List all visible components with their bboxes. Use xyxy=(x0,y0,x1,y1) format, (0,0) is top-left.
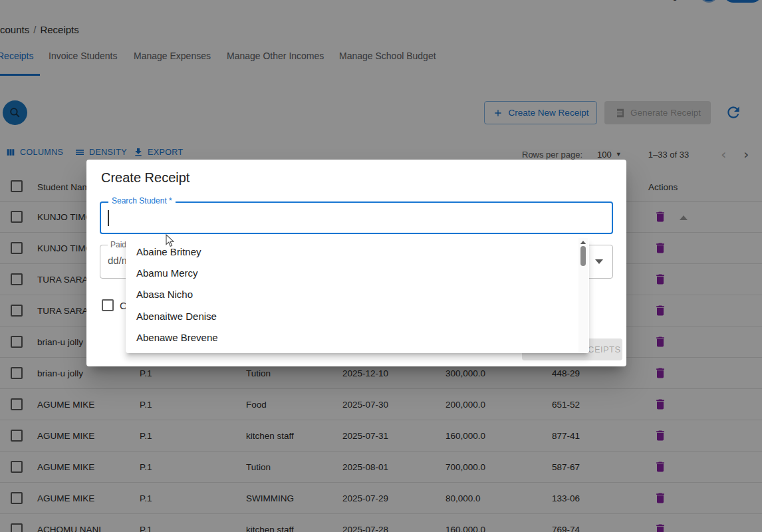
option-student[interactable]: Abenaitwe Denise xyxy=(126,305,565,327)
option-student[interactable]: Abasa Nicho xyxy=(126,283,565,305)
scroll-up-icon[interactable] xyxy=(580,241,586,244)
scrollbar-thumb[interactable] xyxy=(580,246,586,266)
option-student[interactable]: Abaine Britney xyxy=(126,241,565,262)
student-options-listbox: Abaine Britney Abamu Mercy Abasa Nicho A… xyxy=(126,238,589,353)
text-caret xyxy=(108,210,109,226)
search-student-input[interactable] xyxy=(106,207,572,227)
option-student[interactable]: Abamu Mercy xyxy=(126,262,565,283)
option-student-partial[interactable]: Ab xyxy=(126,348,565,353)
combobox-close-icon[interactable] xyxy=(680,215,688,220)
listbox-scrollbar[interactable] xyxy=(578,238,588,353)
app-screen: Chalkkeeper Dashboard Logout counts/Rece… xyxy=(0,0,762,532)
option-student[interactable]: Abenawe Brevene xyxy=(126,327,565,348)
dialog-checkbox[interactable] xyxy=(102,299,114,311)
mouse-cursor xyxy=(165,234,174,247)
select-chevron-down-icon xyxy=(595,259,603,264)
search-student-label: Search Student * xyxy=(108,196,176,205)
dialog-title: Create Receipt xyxy=(101,170,190,186)
